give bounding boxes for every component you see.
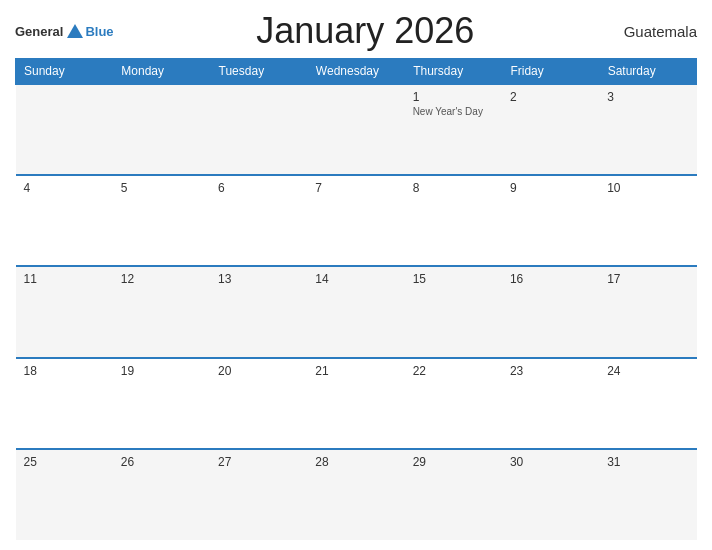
table-row: 27 bbox=[210, 449, 307, 540]
table-row: 24 bbox=[599, 358, 696, 449]
table-row bbox=[210, 84, 307, 175]
day-number: 12 bbox=[121, 272, 202, 286]
day-number: 23 bbox=[510, 364, 591, 378]
logo-blue: Blue bbox=[85, 24, 113, 39]
day-number: 7 bbox=[315, 181, 396, 195]
day-number: 21 bbox=[315, 364, 396, 378]
logo: General Blue bbox=[15, 24, 114, 39]
calendar-week-row: 1New Year's Day23 bbox=[16, 84, 697, 175]
day-number: 16 bbox=[510, 272, 591, 286]
day-number: 31 bbox=[607, 455, 688, 469]
header-thursday: Thursday bbox=[405, 59, 502, 85]
day-number: 8 bbox=[413, 181, 494, 195]
table-row: 18 bbox=[16, 358, 113, 449]
calendar-container: General Blue January 2026 Guatemala Sund… bbox=[0, 0, 712, 550]
table-row: 31 bbox=[599, 449, 696, 540]
calendar-header: General Blue January 2026 Guatemala bbox=[15, 10, 697, 52]
table-row bbox=[307, 84, 404, 175]
table-row: 14 bbox=[307, 266, 404, 357]
table-row: 28 bbox=[307, 449, 404, 540]
day-number: 9 bbox=[510, 181, 591, 195]
table-row: 8 bbox=[405, 175, 502, 266]
table-row bbox=[113, 84, 210, 175]
day-number: 6 bbox=[218, 181, 299, 195]
weekday-header-row: Sunday Monday Tuesday Wednesday Thursday… bbox=[16, 59, 697, 85]
day-number: 28 bbox=[315, 455, 396, 469]
day-number: 20 bbox=[218, 364, 299, 378]
table-row: 21 bbox=[307, 358, 404, 449]
calendar-table: Sunday Monday Tuesday Wednesday Thursday… bbox=[15, 58, 697, 540]
table-row: 29 bbox=[405, 449, 502, 540]
header-saturday: Saturday bbox=[599, 59, 696, 85]
table-row: 2 bbox=[502, 84, 599, 175]
table-row: 5 bbox=[113, 175, 210, 266]
day-number: 15 bbox=[413, 272, 494, 286]
table-row bbox=[16, 84, 113, 175]
table-row: 19 bbox=[113, 358, 210, 449]
calendar-week-row: 25262728293031 bbox=[16, 449, 697, 540]
table-row: 4 bbox=[16, 175, 113, 266]
table-row: 1New Year's Day bbox=[405, 84, 502, 175]
header-tuesday: Tuesday bbox=[210, 59, 307, 85]
country-label: Guatemala bbox=[617, 23, 697, 40]
table-row: 12 bbox=[113, 266, 210, 357]
table-row: 15 bbox=[405, 266, 502, 357]
day-number: 25 bbox=[24, 455, 105, 469]
day-number: 29 bbox=[413, 455, 494, 469]
table-row: 26 bbox=[113, 449, 210, 540]
day-number: 18 bbox=[24, 364, 105, 378]
logo-general: General bbox=[15, 24, 63, 39]
day-number: 3 bbox=[607, 90, 688, 104]
header-wednesday: Wednesday bbox=[307, 59, 404, 85]
logo-triangle-icon bbox=[67, 24, 83, 38]
table-row: 22 bbox=[405, 358, 502, 449]
table-row: 13 bbox=[210, 266, 307, 357]
day-number: 11 bbox=[24, 272, 105, 286]
day-number: 10 bbox=[607, 181, 688, 195]
table-row: 30 bbox=[502, 449, 599, 540]
day-number: 2 bbox=[510, 90, 591, 104]
day-number: 5 bbox=[121, 181, 202, 195]
table-row: 20 bbox=[210, 358, 307, 449]
day-number: 14 bbox=[315, 272, 396, 286]
table-row: 9 bbox=[502, 175, 599, 266]
header-friday: Friday bbox=[502, 59, 599, 85]
day-number: 4 bbox=[24, 181, 105, 195]
table-row: 10 bbox=[599, 175, 696, 266]
day-number: 26 bbox=[121, 455, 202, 469]
header-sunday: Sunday bbox=[16, 59, 113, 85]
day-number: 30 bbox=[510, 455, 591, 469]
day-number: 27 bbox=[218, 455, 299, 469]
calendar-title: January 2026 bbox=[114, 10, 617, 52]
calendar-week-row: 11121314151617 bbox=[16, 266, 697, 357]
table-row: 16 bbox=[502, 266, 599, 357]
table-row: 3 bbox=[599, 84, 696, 175]
calendar-week-row: 45678910 bbox=[16, 175, 697, 266]
day-number: 22 bbox=[413, 364, 494, 378]
table-row: 11 bbox=[16, 266, 113, 357]
day-number: 13 bbox=[218, 272, 299, 286]
header-monday: Monday bbox=[113, 59, 210, 85]
day-number: 17 bbox=[607, 272, 688, 286]
table-row: 17 bbox=[599, 266, 696, 357]
day-number: 19 bbox=[121, 364, 202, 378]
holiday-label: New Year's Day bbox=[413, 106, 494, 117]
table-row: 23 bbox=[502, 358, 599, 449]
calendar-week-row: 18192021222324 bbox=[16, 358, 697, 449]
table-row: 25 bbox=[16, 449, 113, 540]
day-number: 24 bbox=[607, 364, 688, 378]
day-number: 1 bbox=[413, 90, 494, 104]
table-row: 7 bbox=[307, 175, 404, 266]
table-row: 6 bbox=[210, 175, 307, 266]
